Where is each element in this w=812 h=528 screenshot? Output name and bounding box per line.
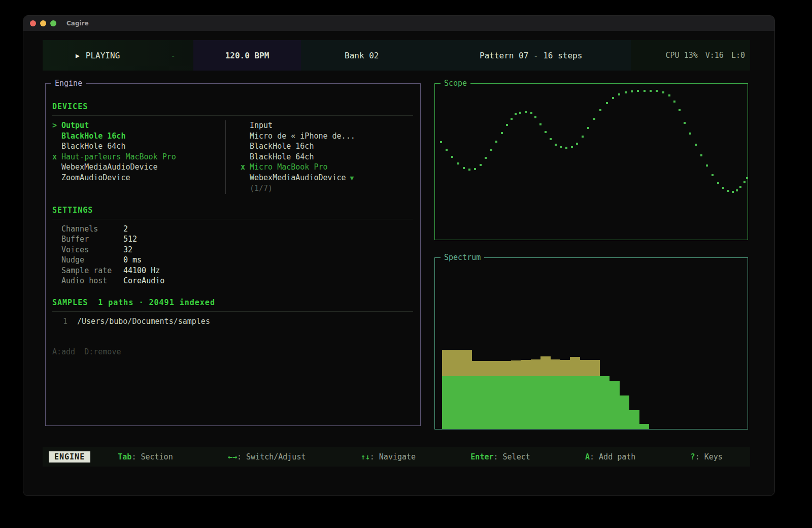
- spectrum-peak-hold: [471, 361, 482, 376]
- device-item-label: Micro de « iPhone de...: [250, 131, 355, 141]
- device-item-label: BlackHole 16ch: [250, 142, 314, 151]
- scope-trace-dot: [565, 147, 567, 149]
- transport-state-label: PLAYING: [86, 51, 120, 60]
- scope-trace-dot: [637, 90, 639, 92]
- settings-row[interactable]: Buffer512: [52, 234, 413, 245]
- scope-trace-dot: [717, 182, 719, 184]
- key-hint: Tab: Section: [118, 452, 173, 461]
- setting-label: Buffer: [61, 234, 123, 245]
- scope-trace-dot: [560, 146, 562, 148]
- play-icon: ▶: [76, 52, 80, 59]
- spectrum-peak-hold: [511, 360, 521, 376]
- divider: [52, 311, 413, 312]
- spectrum-bar: [491, 376, 501, 429]
- scope-trace-dot: [480, 164, 482, 166]
- key-hint-key: ←→: [228, 452, 237, 461]
- spectrum-bar: [560, 376, 570, 429]
- scope-trace-dot: [656, 90, 658, 92]
- scope-trace-dot: [515, 113, 517, 115]
- spectrum-bar: [442, 376, 452, 429]
- spectrum-peak-hold: [590, 360, 600, 376]
- device-item[interactable]: BlackHole 16ch: [241, 141, 413, 152]
- device-item[interactable]: WebexMediaAudioDevice: [52, 162, 225, 173]
- setting-value: CoreAudio: [123, 276, 164, 285]
- minimize-window-button[interactable]: [40, 20, 46, 26]
- device-item[interactable]: (1/7): [241, 183, 413, 194]
- spectrum-bar: [599, 376, 610, 429]
- settings-row[interactable]: Voices32: [52, 245, 413, 255]
- close-window-button[interactable]: [30, 20, 36, 26]
- device-item[interactable]: WebexMediaAudioDevice ▼: [241, 173, 413, 184]
- scroll-down-icon: ▼: [346, 174, 354, 182]
- scope-trace-dot: [706, 164, 708, 167]
- spectrum-panel: Spectrum: [434, 257, 748, 430]
- device-item[interactable]: >Output: [52, 120, 225, 131]
- key-hint-key: A: [585, 452, 590, 461]
- scope-trace-dot: [599, 109, 601, 111]
- spectrum-bar: [462, 376, 472, 429]
- spectrum-bar: [452, 376, 462, 429]
- device-item-label: (1/7): [250, 184, 273, 193]
- setting-label: Voices: [61, 245, 123, 255]
- scope-trace-dot: [485, 157, 487, 159]
- device-item[interactable]: BlackHole 16ch: [52, 131, 225, 142]
- settings-row[interactable]: Audio hostCoreAudio: [52, 276, 413, 286]
- key-hint-key: Tab: [118, 452, 131, 461]
- scope-trace-dot: [695, 144, 697, 146]
- scope-trace-dot: [555, 144, 557, 146]
- sample-path-index: 1: [63, 317, 67, 326]
- device-item[interactable]: xMicro MacBook Pro: [241, 162, 413, 173]
- spectrum-bar: [540, 376, 551, 429]
- latency-label: L:0: [731, 51, 745, 60]
- settings-row[interactable]: Channels2: [52, 224, 413, 235]
- scope-trace-dot: [534, 116, 536, 118]
- scope-trace-dot: [700, 154, 702, 156]
- samples-summary: 1 paths · 20491 indexed: [98, 298, 215, 307]
- scope-trace-dot: [587, 127, 589, 129]
- scope-trace-dot: [662, 91, 664, 93]
- scope-trace-dot: [727, 190, 729, 192]
- setting-label: Sample rate: [61, 266, 123, 276]
- settings-row[interactable]: Sample rate44100 Hz: [52, 266, 413, 276]
- device-item[interactable]: Micro de « iPhone de...: [241, 131, 413, 142]
- scope-plot: [435, 84, 748, 240]
- setting-value: 512: [123, 235, 137, 244]
- setting-value: 2: [123, 224, 128, 234]
- transport-status: ▶ PLAYING -: [43, 40, 193, 71]
- scope-trace-dot: [525, 111, 527, 113]
- device-item[interactable]: Input: [241, 120, 413, 131]
- device-columns: >Output BlackHole 16ch BlackHole 64chxHa…: [52, 120, 413, 194]
- device-item-label: BlackHole 64ch: [61, 142, 125, 151]
- device-item[interactable]: BlackHole 64ch: [241, 152, 413, 162]
- sample-path-row[interactable]: 1/Users/bubo/Documents/samples: [52, 316, 413, 327]
- mode-badge-engine[interactable]: ENGINE: [49, 451, 90, 463]
- scope-trace-dot: [474, 168, 476, 170]
- settings-row[interactable]: Nudge0 ms: [52, 255, 413, 266]
- scope-trace-dot: [668, 94, 670, 96]
- scope-trace-dot: [673, 101, 675, 103]
- spectrum-peak-hold: [540, 356, 551, 376]
- spectrum-peak-hold: [531, 359, 541, 376]
- input-device-list: Input Micro de « iPhone de... BlackHole …: [226, 120, 413, 194]
- device-item[interactable]: ZoomAudioDevice: [52, 173, 225, 183]
- device-item-label: Haut-parleurs MacBook Pro: [61, 152, 176, 161]
- scope-trace-dot: [495, 141, 497, 143]
- spectrum-peak-hold: [580, 360, 590, 376]
- sample-path-list: 1/Users/bubo/Documents/samples: [52, 316, 413, 327]
- spectrum-bar: [619, 395, 629, 429]
- window-titlebar: Cagire: [23, 16, 774, 31]
- bpm-value: 120.0 BPM: [225, 51, 269, 60]
- device-item[interactable]: BlackHole 64ch: [52, 141, 225, 152]
- device-item[interactable]: xHaut-parleurs MacBook Pro: [52, 152, 225, 162]
- scope-trace-dot: [618, 93, 620, 95]
- scope-trace-dot: [530, 112, 532, 114]
- key-hint-key: ?: [691, 452, 695, 461]
- device-item-label: WebexMediaAudioDevice: [61, 162, 158, 172]
- settings-list: Channels2Buffer512Voices32Nudge0 msSampl…: [52, 224, 413, 286]
- zoom-window-button[interactable]: [50, 20, 56, 26]
- spectrum-bar: [629, 410, 639, 429]
- spectrum-bar: [501, 376, 511, 429]
- key-hint: Enter: Select: [470, 452, 530, 461]
- status-bar: ENGINE Tab: Section←→: Switch/Adjust↑↓: …: [43, 447, 750, 467]
- scope-trace-dot: [746, 177, 748, 179]
